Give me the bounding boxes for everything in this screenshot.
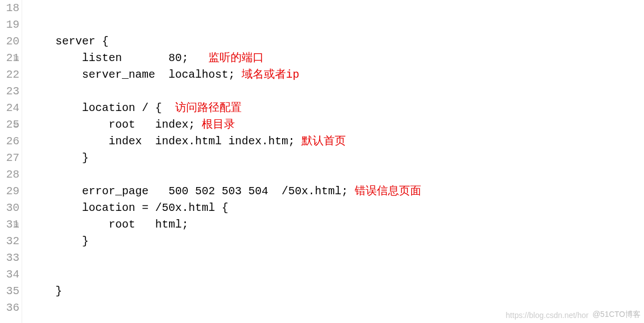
- code-text: root html;: [29, 218, 188, 231]
- code-text: }: [29, 235, 89, 248]
- code-annotation: 根目录: [202, 118, 235, 131]
- line-number: 26: [0, 133, 19, 150]
- line-number: 29: [0, 183, 19, 200]
- line-number: 30⊟: [0, 200, 19, 216]
- code-line: root index; 根目录: [29, 117, 644, 133]
- code-line: location = /50x.html {: [29, 200, 644, 216]
- code-text: }: [29, 152, 89, 164]
- line-number: 32: [0, 233, 19, 250]
- code-text: location = /50x.html {: [29, 201, 228, 214]
- code-annotation: 错误信息页面: [355, 185, 421, 198]
- code-text: location / {: [29, 102, 175, 114]
- code-text: }: [29, 285, 62, 297]
- code-line: server_name localhost; 域名或者ip: [29, 67, 644, 83]
- code-line: root html;: [29, 216, 644, 233]
- line-number: 19: [0, 17, 19, 33]
- code-line: error_page 500 502 503 504 /50x.html; 错误…: [29, 183, 644, 200]
- line-number: 28: [0, 166, 19, 183]
- code-line: [29, 266, 644, 283]
- code-line: }: [29, 233, 644, 250]
- code-line: [29, 17, 644, 33]
- line-number: 21: [0, 50, 19, 67]
- code-line: server {: [29, 33, 644, 50]
- code-annotation: 默认首页: [301, 135, 346, 148]
- code-editor: 181920⊟21222324⊟252627282930⊟31323334353…: [0, 0, 644, 323]
- line-number: 23: [0, 83, 19, 100]
- line-number: 35: [0, 283, 19, 300]
- line-number: 25: [0, 117, 19, 133]
- line-number: 34: [0, 266, 19, 283]
- code-line: listen 80; 监听的端口: [29, 50, 644, 67]
- watermark-url: https://blog.csdn.net/hor: [506, 311, 589, 320]
- code-text: index index.html index.htm;: [29, 135, 301, 148]
- code-line: [29, 250, 644, 266]
- line-number: 22: [0, 67, 19, 83]
- code-text: root index;: [29, 118, 202, 131]
- code-line: index index.html index.htm; 默认首页: [29, 133, 644, 150]
- code-annotation: 域名或者ip: [242, 68, 299, 81]
- line-number: 31: [0, 216, 19, 233]
- code-line: }: [29, 150, 644, 166]
- code-line: [29, 83, 644, 100]
- code-line: location / { 访问路径配置: [29, 100, 644, 117]
- code-text: server {: [29, 35, 109, 48]
- code-area: server { listen 80; 监听的端口 server_name lo…: [22, 0, 644, 323]
- code-text: server_name localhost;: [29, 68, 242, 81]
- line-number: 33: [0, 250, 19, 266]
- line-number: 24⊟: [0, 100, 19, 117]
- line-number: 18: [0, 0, 19, 17]
- code-text: listen 80;: [29, 52, 208, 64]
- code-line: [29, 0, 644, 17]
- code-annotation: 访问路径配置: [175, 102, 242, 114]
- line-number: 36: [0, 300, 19, 316]
- line-number-gutter: 181920⊟21222324⊟252627282930⊟31323334353…: [0, 0, 22, 323]
- code-annotation: 监听的端口: [208, 52, 264, 64]
- line-number: 20⊟: [0, 33, 19, 50]
- line-number: 27: [0, 150, 19, 166]
- watermark-brand: @51CTO博客: [592, 310, 641, 320]
- code-text: error_page 500 502 503 504 /50x.html;: [29, 185, 355, 198]
- code-line: [29, 166, 644, 183]
- code-line: }: [29, 283, 644, 300]
